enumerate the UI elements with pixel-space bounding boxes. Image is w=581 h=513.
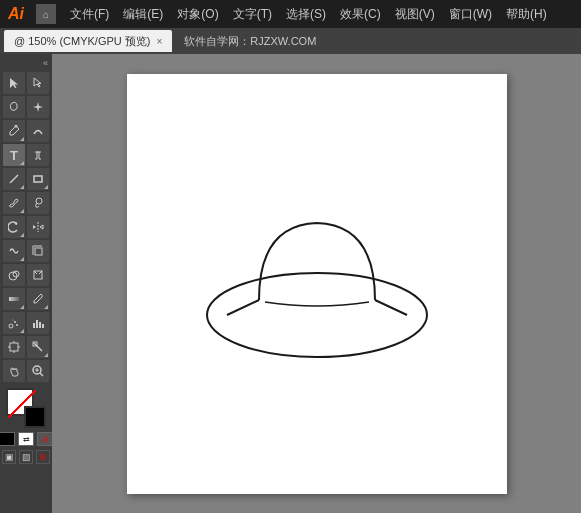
tool-row-11: [2, 312, 50, 334]
tab-close-button[interactable]: ×: [156, 36, 162, 47]
title-bar: Ai ⌂ 文件(F) 编辑(E) 对象(O) 文字(T) 选择(S) 效果(C)…: [0, 0, 581, 28]
type-tool[interactable]: T: [3, 144, 25, 166]
rect-tool[interactable]: [27, 168, 49, 190]
color-boxes: [6, 388, 46, 428]
menu-view[interactable]: 视图(V): [389, 4, 441, 25]
svg-point-15: [14, 321, 16, 323]
svg-rect-5: [35, 248, 42, 255]
svg-point-14: [9, 324, 13, 328]
menu-select[interactable]: 选择(S): [280, 4, 332, 25]
tool-row-8: [2, 240, 50, 262]
shape-builder-tool[interactable]: [3, 264, 25, 286]
tool-row-6: [2, 192, 50, 214]
canvas-area[interactable]: [52, 54, 581, 513]
toolbar: «: [0, 54, 52, 513]
artboard: [127, 74, 507, 494]
magic-wand-tool[interactable]: [27, 96, 49, 118]
eyedropper-tool[interactable]: [27, 288, 49, 310]
tool-row-2: [2, 96, 50, 118]
slice-tool[interactable]: [27, 336, 49, 358]
menu-edit[interactable]: 编辑(E): [117, 4, 169, 25]
svg-rect-13: [9, 297, 19, 301]
svg-rect-18: [33, 323, 35, 328]
tool-row-3: [2, 120, 50, 142]
app-logo: Ai: [8, 5, 24, 23]
svg-rect-22: [10, 343, 18, 351]
hand-tool[interactable]: [3, 360, 25, 382]
gradient-tool[interactable]: [3, 288, 25, 310]
tool-row-1: [2, 72, 50, 94]
tab-bar: @ 150% (CMYK/GPU 预览) × 软件自学网：RJZXW.COM: [0, 28, 581, 54]
menu-text[interactable]: 文字(T): [227, 4, 278, 25]
column-graph-tool[interactable]: [27, 312, 49, 334]
artboard-tool[interactable]: [3, 336, 25, 358]
warp-tool[interactable]: [3, 240, 25, 262]
svg-line-27: [34, 343, 42, 351]
tool-row-5: [2, 168, 50, 190]
svg-point-16: [16, 324, 18, 326]
menu-window[interactable]: 窗口(W): [443, 4, 498, 25]
svg-rect-21: [42, 324, 44, 328]
main-area: «: [0, 54, 581, 513]
free-transform-tool[interactable]: [27, 240, 49, 262]
collapse-icon[interactable]: «: [43, 58, 48, 68]
menu-help[interactable]: 帮助(H): [500, 4, 553, 25]
svg-line-1: [10, 175, 18, 183]
active-tab[interactable]: @ 150% (CMYK/GPU 预览) ×: [4, 30, 172, 52]
pen-tool[interactable]: [3, 120, 25, 142]
tool-row-10: [2, 288, 50, 310]
select-tool[interactable]: [3, 72, 25, 94]
svg-rect-20: [39, 322, 41, 328]
zoom-tool[interactable]: [27, 360, 49, 382]
tool-row-4: T: [2, 144, 50, 166]
none-color-button[interactable]: ⊘: [37, 432, 52, 446]
tab-info: 软件自学网：RJZXW.COM: [184, 34, 316, 49]
reflect-tool[interactable]: [27, 216, 49, 238]
lasso-tool[interactable]: [3, 96, 25, 118]
menu-object[interactable]: 对象(O): [171, 4, 224, 25]
symbol-sprayer-tool[interactable]: [3, 312, 25, 334]
blob-brush-tool[interactable]: [27, 192, 49, 214]
direct-select-tool[interactable]: [27, 72, 49, 94]
default-colors-button[interactable]: [0, 432, 15, 446]
color-mode-button[interactable]: ▣: [2, 450, 16, 464]
none-mode-button[interactable]: ⊘: [36, 450, 50, 464]
svg-rect-2: [34, 176, 42, 182]
tool-row-7: [2, 216, 50, 238]
tab-label: @ 150% (CMYK/GPU 预览): [14, 34, 150, 49]
perspective-tool[interactable]: [27, 264, 49, 286]
svg-line-35: [375, 300, 407, 315]
color-reset-row: ⇄ ⊘: [0, 432, 52, 446]
svg-point-17: [13, 320, 14, 321]
tool-row-12: [2, 336, 50, 358]
hat-drawing: [197, 185, 437, 365]
touch-type-tool[interactable]: [27, 144, 49, 166]
color-mode-row: ▣ ▧ ⊘: [2, 450, 50, 464]
menu-file[interactable]: 文件(F): [64, 4, 115, 25]
stroke-color[interactable]: [24, 406, 46, 428]
color-section: ⇄ ⊘ ▣ ▧ ⊘: [2, 388, 50, 464]
line-tool[interactable]: [3, 168, 25, 190]
paintbrush-tool[interactable]: [3, 192, 25, 214]
tool-row-9: [2, 264, 50, 286]
svg-line-34: [227, 300, 259, 315]
gradient-mode-button[interactable]: ▧: [19, 450, 33, 464]
curvature-tool[interactable]: [27, 120, 49, 142]
tool-row-13: [2, 360, 50, 382]
svg-point-33: [207, 273, 427, 357]
menu-bar: 文件(F) 编辑(E) 对象(O) 文字(T) 选择(S) 效果(C) 视图(V…: [64, 4, 573, 25]
toolbar-collapse: «: [0, 58, 52, 68]
svg-rect-19: [36, 320, 38, 328]
menu-effect[interactable]: 效果(C): [334, 4, 387, 25]
swap-colors-button[interactable]: ⇄: [18, 432, 34, 446]
rotate-tool[interactable]: [3, 216, 25, 238]
svg-line-30: [40, 373, 43, 376]
home-icon[interactable]: ⌂: [36, 4, 56, 24]
